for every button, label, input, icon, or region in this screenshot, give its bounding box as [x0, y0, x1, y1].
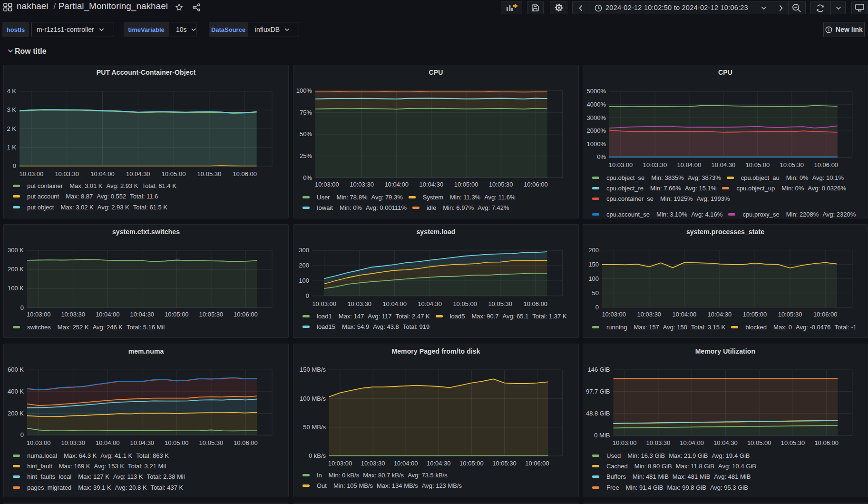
svg-text:10:06:00: 10:06:00	[814, 439, 839, 446]
svg-text:10:03:30: 10:03:30	[61, 439, 85, 446]
svg-text:10:05:00: 10:05:00	[165, 311, 189, 318]
svg-text:10:04:30: 10:04:30	[126, 170, 150, 178]
svg-text:3 K: 3 K	[7, 106, 16, 113]
svg-text:10:05:30: 10:05:30	[199, 311, 224, 318]
svg-text:10:03:30: 10:03:30	[643, 161, 667, 168]
svg-text:100: 100	[588, 275, 599, 282]
svg-text:0: 0	[13, 162, 16, 169]
svg-text:10:05:30: 10:05:30	[488, 300, 512, 307]
svg-text:10:04:00: 10:04:00	[394, 460, 418, 467]
svg-text:10:04:00: 10:04:00	[673, 311, 697, 318]
svg-text:97.7 GiB: 97.7 GiB	[586, 388, 610, 395]
svg-text:25%: 25%	[300, 152, 312, 159]
svg-text:10:05:00: 10:05:00	[162, 170, 186, 178]
svg-text:10:05:00: 10:05:00	[454, 181, 478, 188]
svg-text:10:04:30: 10:04:30	[713, 439, 738, 446]
svg-text:0%: 0%	[597, 153, 606, 160]
svg-text:10:04:00: 10:04:00	[96, 311, 120, 318]
svg-text:10:04:00: 10:04:00	[96, 439, 120, 446]
svg-text:10:05:30: 10:05:30	[199, 439, 224, 446]
svg-text:10:04:30: 10:04:30	[708, 311, 732, 318]
svg-text:10:05:00: 10:05:00	[165, 439, 189, 446]
svg-text:300 K: 300 K	[8, 247, 24, 254]
svg-text:10:04:30: 10:04:30	[419, 181, 444, 188]
svg-text:10:05:00: 10:05:00	[746, 161, 770, 168]
svg-text:600 K: 600 K	[8, 366, 24, 373]
svg-text:100%: 100%	[296, 87, 312, 94]
svg-text:0 kB/s: 0 kB/s	[309, 452, 326, 459]
svg-text:50%: 50%	[300, 130, 312, 138]
svg-text:100 K: 100 K	[8, 285, 24, 292]
svg-text:10:03:00: 10:03:00	[315, 181, 339, 188]
svg-text:10:05:00: 10:05:00	[743, 311, 767, 318]
svg-text:10:06:00: 10:06:00	[234, 439, 258, 446]
svg-text:10:06:00: 10:06:00	[523, 300, 547, 307]
svg-text:10:06:00: 10:06:00	[524, 181, 548, 188]
svg-text:10:03:30: 10:03:30	[61, 311, 85, 318]
svg-text:10:03:30: 10:03:30	[350, 181, 374, 188]
svg-text:10:03:30: 10:03:30	[347, 300, 371, 307]
svg-text:10:06:00: 10:06:00	[525, 460, 549, 467]
svg-text:10:03:30: 10:03:30	[55, 170, 79, 178]
svg-text:200: 200	[299, 262, 309, 269]
svg-text:150: 150	[588, 261, 599, 268]
svg-text:10:04:00: 10:04:00	[677, 161, 702, 168]
svg-text:10:03:00: 10:03:00	[312, 300, 336, 307]
svg-text:10:04:30: 10:04:30	[130, 439, 154, 446]
svg-text:10:05:30: 10:05:30	[197, 170, 222, 178]
svg-text:10:03:00: 10:03:00	[27, 311, 51, 318]
svg-text:10:04:00: 10:04:00	[382, 300, 407, 307]
svg-text:5000%: 5000%	[587, 88, 606, 95]
svg-text:300: 300	[299, 247, 309, 254]
svg-text:200: 200	[588, 247, 599, 254]
svg-text:0: 0	[306, 292, 309, 299]
svg-text:50 MB/s: 50 MB/s	[303, 424, 326, 431]
svg-text:10:03:00: 10:03:00	[602, 311, 626, 318]
svg-text:10:06:00: 10:06:00	[233, 170, 257, 178]
svg-text:200 K: 200 K	[8, 266, 24, 273]
svg-text:0: 0	[595, 304, 599, 311]
svg-text:10:03:30: 10:03:30	[637, 311, 661, 318]
svg-text:10:04:30: 10:04:30	[130, 311, 154, 318]
svg-text:100: 100	[299, 277, 309, 284]
svg-text:10:05:30: 10:05:30	[489, 181, 513, 188]
svg-text:146 GiB: 146 GiB	[588, 366, 610, 373]
svg-text:10:03:00: 10:03:00	[328, 460, 352, 467]
svg-text:10:04:00: 10:04:00	[680, 439, 704, 446]
svg-text:0: 0	[20, 431, 24, 438]
svg-text:400 K: 400 K	[8, 388, 24, 395]
svg-text:2 K: 2 K	[7, 125, 16, 132]
svg-text:0: 0	[20, 304, 24, 311]
svg-text:10:04:30: 10:04:30	[712, 161, 736, 168]
svg-text:75%: 75%	[300, 109, 312, 116]
svg-text:10:03:30: 10:03:30	[646, 439, 671, 446]
svg-text:10:03:00: 10:03:00	[20, 170, 44, 178]
svg-text:10:05:00: 10:05:00	[453, 300, 477, 307]
svg-text:10:06:00: 10:06:00	[813, 311, 838, 318]
svg-text:10:06:00: 10:06:00	[234, 311, 258, 318]
svg-text:10:05:30: 10:05:30	[781, 439, 805, 446]
svg-text:10:03:00: 10:03:00	[613, 439, 637, 446]
svg-text:10:03:30: 10:03:30	[361, 460, 385, 467]
svg-text:10:05:00: 10:05:00	[747, 439, 771, 446]
svg-text:100 MB/s: 100 MB/s	[300, 395, 326, 402]
svg-text:1000%: 1000%	[587, 140, 606, 148]
svg-text:10:05:30: 10:05:30	[492, 460, 517, 467]
svg-text:10:04:30: 10:04:30	[427, 460, 451, 467]
svg-text:10:05:30: 10:05:30	[780, 161, 804, 168]
svg-text:10:04:00: 10:04:00	[384, 181, 409, 188]
svg-text:10:04:30: 10:04:30	[418, 300, 442, 307]
svg-text:10:03:00: 10:03:00	[27, 439, 51, 446]
svg-text:10:03:00: 10:03:00	[609, 161, 633, 168]
svg-text:3000%: 3000%	[587, 114, 606, 121]
svg-text:2000%: 2000%	[587, 127, 606, 134]
svg-text:10:04:00: 10:04:00	[90, 170, 115, 178]
svg-text:1 K: 1 K	[7, 144, 16, 151]
svg-text:10:06:00: 10:06:00	[814, 161, 838, 168]
svg-text:200 K: 200 K	[8, 410, 24, 417]
svg-text:10:05:30: 10:05:30	[778, 311, 802, 318]
svg-text:48.8 GiB: 48.8 GiB	[586, 410, 610, 417]
svg-text:0 MiB: 0 MiB	[594, 432, 610, 439]
svg-text:10:05:00: 10:05:00	[459, 460, 484, 467]
svg-text:0%: 0%	[303, 174, 312, 181]
